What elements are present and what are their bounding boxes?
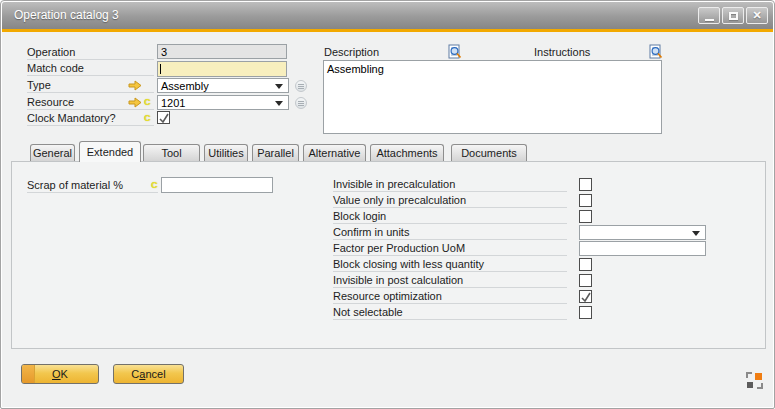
chevron-down-icon [275,101,283,106]
chevron-down-icon [692,231,700,236]
tab-utilities[interactable]: Utilities [204,144,248,161]
ok-button-label: OK [52,368,68,380]
tab-extended[interactable]: Extended [79,141,141,162]
ext-input[interactable] [579,241,706,256]
operation-catalog-window: Operation catalog 3 ✕ Operation Match co… [0,0,775,409]
clock-mandatory-checkbox[interactable] [157,111,170,124]
ext-checkbox[interactable] [579,194,592,207]
tab-tool[interactable]: Tool [143,144,200,161]
tab-attachments[interactable]: Attachments [370,144,444,161]
resource-dropdown[interactable]: 1201 [157,95,289,110]
text-caret [160,64,161,74]
tab-general[interactable]: General [30,144,75,161]
operation-label: Operation [27,45,154,60]
match-code-input[interactable] [157,61,287,77]
ext-row-label: Confirm in units [333,225,567,240]
cancel-button[interactable]: Cancel [113,364,184,384]
checkmark-icon [580,291,593,304]
scrap-label: Scrap of material % [27,178,158,193]
tab-alternative[interactable]: Alternative [303,144,366,161]
ext-row-label: Value only in precalculation [333,193,567,208]
resource-c-marker: C [144,97,151,107]
ext-checkbox[interactable] [579,290,592,303]
ext-row-label: Block login [333,209,567,224]
description-label: Description [324,45,414,60]
ext-checkbox[interactable] [579,306,592,319]
match-code-label: Match code [27,61,154,76]
scrap-input[interactable] [161,177,273,193]
ext-row: Not selectable [1,1,756,17]
clock-mandatory-label: Clock Mandatory? [27,111,154,126]
operation-field: 3 [157,44,287,59]
description-textarea[interactable]: Assembling [323,60,662,134]
link-arrow-icon[interactable] [128,97,142,108]
default-button-strip [22,365,35,383]
resize-corners-icon[interactable] [746,372,763,389]
ext-checkbox[interactable] [579,274,592,287]
clock-c-marker: C [144,113,151,123]
accent-line [2,29,773,32]
ext-checkbox[interactable] [579,178,592,191]
type-dropdown[interactable]: Assembly [157,78,289,93]
tab-parallel[interactable]: Parallel [252,144,299,161]
edit-list-icon[interactable] [295,80,307,92]
checkmark-icon [158,112,171,125]
ext-row-label: Not selectable [333,305,567,320]
tab-documents[interactable]: Documents [451,144,527,161]
ext-checkbox[interactable] [579,210,592,223]
link-arrow-icon[interactable] [128,80,142,91]
ext-checkbox[interactable] [579,258,592,271]
doc-magnifier-icon[interactable] [649,44,663,59]
cancel-button-label: Cancel [131,368,165,380]
scrap-c-marker: C [151,180,158,190]
edit-list-icon[interactable] [295,97,307,109]
chevron-down-icon [275,84,283,89]
ext-row-label: Invisible in precalculation [333,177,567,192]
ext-row-label: Invisible in post calculation [333,273,567,288]
minimize-icon [705,19,714,21]
ext-row-label: Resource optimization [333,289,567,304]
doc-magnifier-icon[interactable] [448,44,462,59]
ext-dropdown[interactable] [579,225,706,240]
ok-button[interactable]: OK [21,364,99,384]
ext-row-label: Block closing with less quantity [333,257,567,272]
ext-row-label: Factor per Production UoM [333,241,567,256]
instructions-label: Instructions [534,45,624,60]
